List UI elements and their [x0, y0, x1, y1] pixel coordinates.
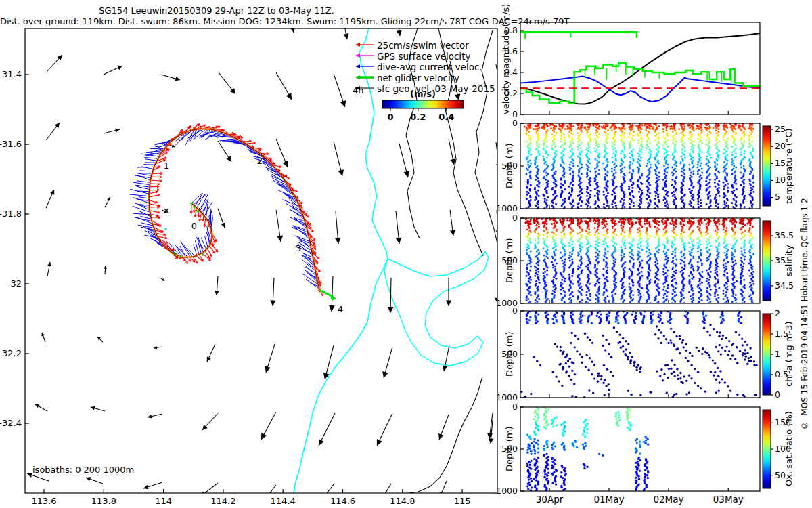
- profile-dot: [742, 194, 744, 196]
- profile-dot: [577, 266, 579, 268]
- chl-deep-dot: [675, 335, 677, 337]
- chl-deep-dot: [746, 362, 748, 364]
- chl-deep-dot: [629, 352, 631, 354]
- chl-surface-dot: [572, 322, 574, 324]
- chl-deep-dot: [694, 368, 696, 370]
- profile-dot: [736, 280, 738, 282]
- oxygen-dot: [554, 480, 556, 482]
- profile-dot: [560, 135, 562, 137]
- profile-dot: [562, 263, 564, 265]
- profile-dot: [662, 271, 664, 273]
- chl-deep-dot: [608, 389, 610, 391]
- profile-dot: [704, 219, 706, 221]
- estuary-outline: [384, 252, 489, 366]
- depth-ylabel-chlorophyll: Depth (m): [504, 311, 514, 398]
- chl-deep-dot: [741, 338, 743, 340]
- profile-dot: [606, 267, 608, 269]
- profile-dot: [528, 293, 530, 295]
- profile-dot: [603, 194, 605, 196]
- oxygen-dot: [556, 424, 558, 426]
- profile-dot: [546, 232, 548, 234]
- profile-dot: [572, 272, 574, 274]
- profile-dot: [581, 173, 583, 175]
- chl-surface-dot: [580, 322, 582, 324]
- profile-dot: [564, 245, 566, 247]
- profile-dot: [672, 290, 674, 292]
- chl-deep-dot: [660, 368, 662, 371]
- chl-deep-dot: [561, 385, 563, 387]
- profile-dot: [534, 163, 536, 165]
- profile-dot: [723, 125, 725, 127]
- profile-dot: [544, 222, 546, 224]
- chl-surface-dot: [553, 322, 555, 324]
- chl-deep-dot: [715, 346, 717, 348]
- chl-deep-dot: [750, 356, 752, 358]
- chl-surface-dot: [667, 320, 669, 322]
- profile-dot: [621, 287, 623, 289]
- profile-dot: [735, 263, 737, 265]
- chl-deep-dot: [719, 344, 721, 346]
- oxygen-dot: [535, 433, 537, 436]
- profile-dot: [560, 140, 562, 142]
- profile-dot: [673, 271, 675, 273]
- profile-dot: [700, 254, 702, 256]
- geo-velocity-arrowhead: [338, 169, 344, 176]
- profile-dot: [692, 257, 694, 259]
- panel-plot-area: [520, 32, 760, 104]
- oxygen-dot: [564, 421, 566, 423]
- profile-dot: [597, 232, 600, 234]
- profile-dot: [692, 266, 694, 268]
- geo-velocity-arrowhead: [277, 235, 283, 242]
- profile-dot: [700, 290, 702, 292]
- profile-dot: [675, 287, 677, 289]
- profile-dot: [564, 139, 566, 141]
- profile-dot: [568, 136, 570, 138]
- profile-dot: [671, 246, 673, 248]
- chl-deep-dot: [579, 353, 581, 355]
- profile-dot: [624, 267, 626, 269]
- profile-dot: [562, 243, 564, 245]
- panel-group: 0500100000.511.52: [496, 305, 788, 402]
- chl-deep-dot: [597, 381, 599, 383]
- profile-dot: [638, 126, 640, 128]
- profile-dot: [570, 161, 572, 163]
- profile-dot: [551, 136, 554, 138]
- profile-dot: [592, 220, 594, 222]
- profile-dot: [633, 148, 635, 150]
- profile-dot: [568, 257, 570, 259]
- profile-dot: [654, 282, 656, 284]
- chl-surface-dot: [642, 322, 644, 324]
- profile-dot: [602, 219, 604, 221]
- profile-dot: [551, 293, 554, 295]
- profile-dot: [752, 199, 754, 201]
- profile-dot: [530, 184, 532, 186]
- oxygen-dot: [551, 458, 553, 460]
- profile-dot: [656, 148, 658, 150]
- profile-dot: [682, 223, 684, 225]
- profile-dot: [681, 171, 683, 173]
- profile-dot: [604, 151, 606, 153]
- profile-dot: [663, 286, 665, 288]
- chl-deep-dot: [612, 375, 614, 377]
- profile-dot: [740, 148, 742, 150]
- profile-dot: [615, 159, 617, 161]
- profile-dot: [613, 232, 615, 234]
- profile-dot: [715, 264, 717, 266]
- profile-dot: [637, 294, 639, 296]
- profile-dot: [602, 223, 604, 225]
- profile-dot: [603, 203, 605, 205]
- profile-dot: [699, 240, 701, 242]
- chl-deep-dot: [755, 364, 757, 366]
- profile-dot: [589, 231, 591, 233]
- profile-dot: [740, 238, 742, 240]
- chl-deep-dot: [631, 356, 633, 358]
- oxygen-dot: [617, 411, 619, 413]
- profile-dot: [662, 297, 664, 299]
- chl-deep-dot: [669, 339, 671, 341]
- chl-surface-dot: [702, 313, 704, 315]
- profile-dot: [563, 133, 565, 135]
- profile-dot: [535, 205, 537, 207]
- profile-dot: [717, 128, 719, 130]
- profile-dot: [544, 188, 546, 190]
- profile-dot: [699, 243, 701, 245]
